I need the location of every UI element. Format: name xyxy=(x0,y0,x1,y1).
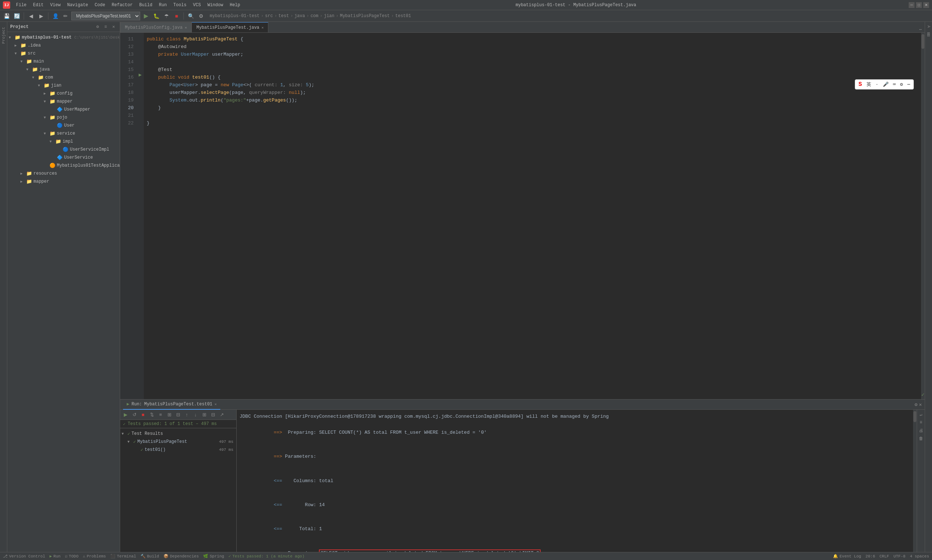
menu-run[interactable]: Run xyxy=(156,2,169,8)
menu-edit[interactable]: Edit xyxy=(30,2,46,8)
tree-item-mapper[interactable]: ▼ 📁 mapper xyxy=(7,97,120,106)
breadcrumb-jian[interactable]: jian xyxy=(324,14,334,18)
run-config-dropdown[interactable]: MybatisPlusPageTest.test01 xyxy=(71,12,140,20)
tree-item-usermapper[interactable]: ▶ 🔷 UserMapper xyxy=(7,106,120,114)
run-config-button[interactable]: 👤 xyxy=(51,12,60,20)
menu-help[interactable]: Help xyxy=(227,2,243,8)
filter-tests-button[interactable]: ≡ xyxy=(157,411,165,419)
stop-tests-button[interactable]: ■ xyxy=(139,411,147,419)
tree-item-java[interactable]: ▼ 📁 java xyxy=(7,66,120,74)
problems-status[interactable]: ⚠ Problems xyxy=(83,554,106,558)
todo-status[interactable]: ☑ TODO xyxy=(65,554,78,558)
export-tests-button[interactable]: ⊞ xyxy=(200,411,208,419)
editor-area[interactable]: S 英 · 🎤 ⌨ ⚙ ⋯ 11 12 13 14 15 16 17 18 19… xyxy=(120,33,925,399)
test-item-class[interactable]: ▼ ✓ MybatisPlusPageTest 497 ms xyxy=(120,438,236,446)
tree-item-service[interactable]: ▼ 📁 service xyxy=(7,129,120,137)
line-ending-status[interactable]: CRLF xyxy=(880,554,889,558)
database-icon[interactable]: 🗄 xyxy=(926,31,932,38)
ime-settings[interactable]: ⚙ xyxy=(899,81,904,88)
tabs-more-icon[interactable]: ⋯ xyxy=(919,27,922,32)
build-status[interactable]: 🔨 Build xyxy=(140,554,159,558)
expand-tests-button[interactable]: ⊞ xyxy=(165,411,173,419)
ime-keyboard[interactable]: ⌨ xyxy=(892,81,897,88)
search-everywhere-button[interactable]: 🔍 xyxy=(186,12,195,20)
close-tab-mybatispluspagetest[interactable]: ✕ xyxy=(261,25,263,30)
stop-button[interactable]: ■ xyxy=(172,12,181,20)
console-scrollbar[interactable] xyxy=(913,410,917,552)
import-tests-button[interactable]: ⊟ xyxy=(209,411,217,419)
menu-refactor[interactable]: Refactor xyxy=(109,2,136,8)
indentation-status[interactable]: 4 spaces xyxy=(910,554,929,558)
wrap-icon[interactable]: ↵ xyxy=(918,411,924,418)
run-config-edit-button[interactable]: ✏ xyxy=(61,12,70,20)
run-button[interactable]: ▶ xyxy=(142,12,150,20)
vertical-tab-project[interactable]: Project xyxy=(1,25,6,46)
tree-item-src[interactable]: ▼ 📁 src xyxy=(7,49,120,57)
gear-icon[interactable]: ⚙ xyxy=(94,24,101,30)
previous-test-button[interactable]: ↑ xyxy=(183,411,191,419)
menu-code[interactable]: Code xyxy=(92,2,108,8)
tree-item-main[interactable]: ▼ 📁 main xyxy=(7,57,120,66)
menu-navigate[interactable]: Navigate xyxy=(64,2,91,8)
menu-build[interactable]: Build xyxy=(136,2,155,8)
close-panel-icon[interactable]: ✕ xyxy=(110,24,117,30)
tree-item-root[interactable]: ▼ 📁 mybatisplus-01-test C:\Users\hj151\D… xyxy=(7,34,120,42)
breadcrumb-project[interactable]: mybatisplus-01-test xyxy=(210,14,260,18)
menu-tools[interactable]: Tools xyxy=(170,2,189,8)
test-results-header[interactable]: ▼ ✓ Test Results xyxy=(120,430,236,438)
terminal-status[interactable]: ⬛ Terminal xyxy=(110,554,136,558)
ime-s-button[interactable]: S xyxy=(857,81,863,88)
tree-item-impl[interactable]: ▼ 📁 impl xyxy=(7,137,120,146)
settings-run-icon[interactable]: ⚙ xyxy=(915,402,917,408)
rerun-failed-button[interactable]: ↺ xyxy=(130,411,138,419)
open-source-button[interactable]: ↗ xyxy=(218,411,226,419)
tree-item-idea[interactable]: ▶ 📁 .idea xyxy=(7,42,120,49)
tree-item-com[interactable]: ▼ 📁 com xyxy=(7,74,120,82)
menu-window[interactable]: Window xyxy=(205,2,226,8)
expand-icon[interactable]: ≡ xyxy=(102,24,109,30)
save-all-button[interactable]: 💾 xyxy=(2,12,11,20)
position-status[interactable]: 20:6 xyxy=(866,554,875,558)
close-run-tab[interactable]: ✕ xyxy=(214,402,217,406)
dependencies-status[interactable]: 📦 Dependencies xyxy=(163,554,199,558)
settings-button[interactable]: ⚙ xyxy=(197,12,205,20)
menu-view[interactable]: View xyxy=(47,2,64,8)
spring-status[interactable]: 🌿 Spring xyxy=(203,554,224,558)
breadcrumb-java[interactable]: java xyxy=(294,14,305,18)
tree-item-mapper-test[interactable]: ▶ 📁 mapper xyxy=(7,178,120,186)
encoding-status[interactable]: UTF-8 xyxy=(893,554,906,558)
tree-item-application[interactable]: ▶ 🟠 Mybatisplus01TestApplication xyxy=(7,162,120,169)
ayvent-icon[interactable]: A xyxy=(926,23,932,30)
breadcrumb-class[interactable]: MybatisPlusPageTest xyxy=(340,14,390,18)
test-item-method[interactable]: ▶ ✓ test01() 497 ms xyxy=(120,446,236,454)
breadcrumb-method[interactable]: test01 xyxy=(395,14,411,18)
close-bottom-panel-icon[interactable]: ✕ xyxy=(919,402,922,408)
version-control-status[interactable]: ⎇ Version Control xyxy=(3,554,45,558)
sync-button[interactable]: 🔄 xyxy=(12,12,21,20)
tree-item-resources[interactable]: ▶ 📁 resources xyxy=(7,169,120,178)
debug-button[interactable]: 🐛 xyxy=(152,12,160,20)
back-button[interactable]: ◀ xyxy=(26,12,35,20)
tab-mybatispluspagetest[interactable]: MybatisPlusPageTest.java ✕ xyxy=(191,22,268,32)
console-output[interactable]: JDBC Connection [HikariProxyConnection@1… xyxy=(237,410,913,552)
close-button[interactable]: ✕ xyxy=(923,2,929,8)
event-log-status[interactable]: 🔔 Event Log xyxy=(833,554,861,558)
ime-more[interactable]: ⋯ xyxy=(906,81,911,88)
ime-dot[interactable]: · xyxy=(875,82,880,88)
align-icon[interactable]: ≡ xyxy=(918,419,924,426)
tree-item-config[interactable]: ▶ 📁 config xyxy=(7,89,120,97)
close-tab-mybatisplusconfig[interactable]: ✕ xyxy=(185,25,187,30)
run-tests-button[interactable]: ▶ xyxy=(122,411,129,419)
tree-item-userserviceimpl[interactable]: ▶ 🔵 UserServiceImpl xyxy=(7,146,120,154)
breadcrumb-test[interactable]: test xyxy=(279,14,289,18)
tab-run[interactable]: ▶ Run: MybatisPlusPageTest.test01 ✕ xyxy=(123,400,220,410)
scrollbar-thumb[interactable] xyxy=(921,34,924,49)
tree-item-pojo[interactable]: ▼ 📁 pojo xyxy=(7,114,120,122)
tree-item-jian[interactable]: ▼ 📁 jian xyxy=(7,82,120,89)
collapse-tests-button[interactable]: ⊟ xyxy=(174,411,182,419)
next-test-button[interactable]: ↓ xyxy=(191,411,200,419)
menu-vcs[interactable]: VCS xyxy=(190,2,204,8)
tree-item-userservice[interactable]: ▶ 🔷 UserService xyxy=(7,154,120,162)
console-scrollbar-thumb[interactable] xyxy=(914,411,917,422)
maximize-button[interactable]: □ xyxy=(916,2,922,8)
